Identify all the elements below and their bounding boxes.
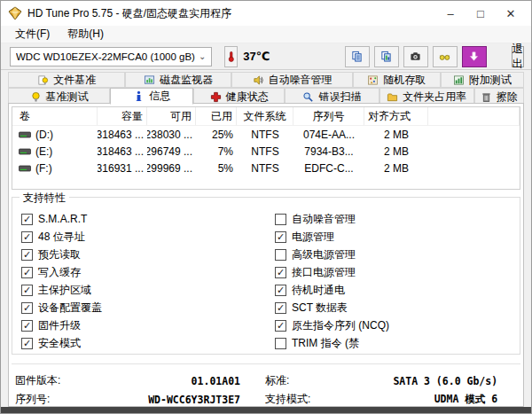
volume-filesystem: NTFS — [237, 162, 293, 175]
col-capacity[interactable]: 容量 — [98, 107, 147, 125]
copy-text-button[interactable] — [345, 46, 370, 67]
tab-file-benchmark[interactable]: 文件基准 — [8, 72, 125, 88]
drive-selector-dropdown[interactable]: WDC WD10EZEX-22MFCA0 (1000 gB) ⌄ — [10, 47, 212, 66]
col-used[interactable]: 已用 — [196, 107, 237, 125]
title-bar: HD Tune Pro 5.75 - 硬盘/固态硬盘实用程序 – □ ✕ — [1, 1, 531, 26]
volume-available: 296749 ... — [147, 145, 196, 158]
spectacles-icon — [439, 51, 450, 62]
checkbox[interactable] — [21, 338, 33, 349]
volume-row-f[interactable]: (F:) 316931 ... 299969 ... 5% NTFS EDFC-… — [12, 160, 520, 176]
checkbox[interactable] — [275, 249, 286, 261]
chevron-down-icon: ⌄ — [199, 51, 206, 61]
feature-trim[interactable]: TRIM 指令 (禁 — [275, 334, 511, 352]
feature-power-up-in-standby[interactable]: 待机时通电 — [275, 281, 511, 299]
menu-file[interactable]: 文件(F) — [8, 25, 57, 43]
extra-tests-icon — [453, 74, 465, 86]
feature-interface-power-management[interactable]: 接口电源管理 — [275, 263, 511, 281]
supported-mode-label: 支持模式: — [265, 392, 340, 407]
volume-row-d[interactable]: (D:) 318463 ... 238030 ... 25% NTFS 074E… — [12, 126, 520, 143]
col-available[interactable]: 可用 — [147, 107, 196, 125]
checkbox[interactable] — [275, 302, 286, 314]
maximize-button[interactable]: □ — [466, 2, 496, 25]
feature-smart[interactable]: S.M.A.R.T — [21, 210, 266, 228]
feature-48bit[interactable]: 48 位寻址 — [21, 228, 266, 246]
standard-value: SATA 3 (6.0 Gb/s) — [340, 375, 497, 387]
temperature-button[interactable] — [224, 46, 238, 67]
volume-serial: 7934-B3... — [293, 145, 364, 158]
feature-ncq[interactable]: 原生指令序列 (NCQ) — [275, 316, 511, 334]
feature-aam[interactable]: 自动噪音管理 — [275, 210, 511, 228]
feature-label: 48 位寻址 — [38, 230, 85, 245]
feature-security-mode[interactable]: 安全模式 — [21, 334, 266, 352]
volume-used: 25% — [196, 129, 237, 141]
checkbox[interactable] — [275, 231, 286, 243]
volume-name: (E:) — [35, 145, 52, 158]
tab-label: 磁盘监视器 — [160, 73, 213, 88]
volume-row-e[interactable]: (E:) 318463 ... 296749 ... 7% NTFS 7934-… — [12, 143, 520, 160]
volume-alignment: 2 MB — [364, 145, 428, 158]
checkbox[interactable] — [275, 320, 286, 332]
tab-extra-tests[interactable]: 附加测试 — [441, 72, 524, 88]
firmware-version-value: 01.01A01 — [91, 375, 240, 387]
checkbox[interactable] — [275, 267, 286, 278]
feature-host-protected-area[interactable]: 主保护区域 — [21, 281, 266, 299]
info-icon — [133, 90, 145, 102]
magnifier-icon — [302, 91, 314, 103]
feature-label: 待机时通电 — [292, 283, 345, 298]
feature-read-ahead[interactable]: 预先读取 — [21, 246, 266, 263]
volume-serial: 074E-AA... — [293, 129, 364, 141]
tab-info[interactable]: 信息 — [110, 88, 193, 105]
checkbox[interactable] — [21, 320, 33, 332]
tab-acoustic-management[interactable]: 自动噪音管理 — [231, 72, 353, 88]
feature-advanced-power-management[interactable]: 高级电源管理 — [275, 246, 511, 263]
temperature-value: 37℃ — [243, 50, 270, 63]
col-serial[interactable]: 序列号 — [293, 107, 364, 125]
feature-write-cache[interactable]: 写入缓存 — [21, 263, 266, 281]
close-button[interactable]: ✕ — [496, 2, 526, 25]
update-download-button[interactable] — [462, 46, 487, 67]
exit-button[interactable]: 退出 — [512, 46, 525, 67]
checkbox[interactable] — [21, 231, 33, 243]
checkbox[interactable] — [275, 285, 286, 296]
tab-label: 健康状态 — [226, 90, 269, 105]
checkbox[interactable] — [21, 214, 33, 225]
file-benchmark-icon — [37, 74, 49, 86]
volume-used: 5% — [196, 162, 237, 175]
checkbox[interactable] — [275, 214, 286, 225]
feature-label: 电源管理 — [292, 230, 334, 245]
supported-mode-value: UDMA 模式 6 — [340, 393, 497, 406]
tab-random-access[interactable]: 随机存取 — [353, 72, 441, 88]
minimize-button[interactable]: – — [435, 2, 466, 25]
col-alignment[interactable]: 对齐方式 — [364, 107, 428, 125]
drive-icon — [19, 131, 31, 138]
menu-bar: 文件(F) 帮助(H) — [1, 26, 531, 43]
volume-list: 卷 容量 可用 已用 文件系统 序列号 对齐方式 (D:) 318463 ...… — [12, 106, 520, 190]
serial-number-value: WD-WCC6Y3RJT3E7 — [91, 394, 240, 406]
feature-sct-tables[interactable]: SCT 数据表 — [275, 299, 511, 316]
tab-disk-monitor[interactable]: 磁盘监视器 — [125, 72, 231, 88]
feature-label: 高级电源管理 — [292, 247, 356, 262]
tab-label: 随机存取 — [383, 73, 426, 88]
checkbox[interactable] — [21, 249, 33, 261]
tab-label: 擦除 — [497, 90, 518, 105]
screenshot-button[interactable] — [403, 46, 428, 67]
checkbox[interactable] — [275, 338, 286, 349]
copy-image-button[interactable] — [374, 46, 399, 67]
disk-monitor-icon — [144, 74, 155, 86]
checkbox[interactable] — [21, 302, 33, 314]
checkbox[interactable] — [21, 267, 33, 278]
feature-firmware-upgrade[interactable]: 固件升级 — [21, 316, 266, 334]
col-filesystem[interactable]: 文件系统 — [237, 107, 293, 125]
feature-power-management[interactable]: 电源管理 — [275, 228, 511, 246]
volume-alignment: 2 MB — [364, 162, 428, 175]
col-volume[interactable]: 卷 — [12, 107, 98, 125]
menu-help[interactable]: 帮助(H) — [60, 25, 111, 43]
drive-icon — [19, 148, 31, 155]
thermometer-icon — [225, 51, 237, 62]
view-options-button[interactable] — [433, 46, 458, 67]
feature-label: TRIM 指令 (禁 — [292, 336, 359, 351]
feature-device-config-overlay[interactable]: 设备配置覆盖 — [21, 299, 266, 316]
volume-capacity: 316931 ... — [98, 162, 147, 175]
volume-serial: EDFC-C... — [293, 162, 364, 175]
checkbox[interactable] — [21, 285, 33, 296]
